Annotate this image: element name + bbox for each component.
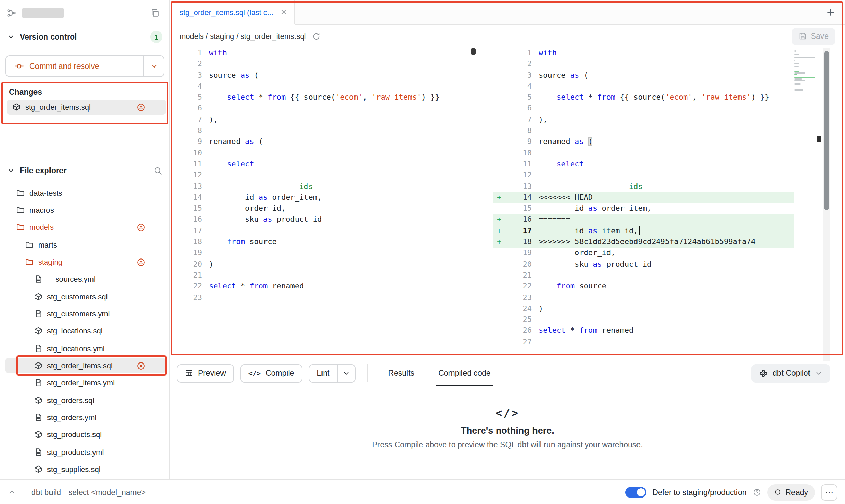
code-line[interactable]: 24)	[493, 303, 794, 315]
copy-icon[interactable]	[150, 8, 160, 18]
code-line[interactable]: 2	[493, 59, 794, 70]
code-line[interactable]: 8	[493, 125, 794, 137]
minimap[interactable]	[794, 50, 816, 93]
code-line[interactable]: 21	[170, 270, 493, 281]
tree-item-stg_order_items.yml[interactable]: stg_order_items.yml	[0, 374, 169, 392]
code-line[interactable]: 3source as (	[170, 70, 493, 81]
code-line[interactable]: 20)	[170, 259, 493, 270]
tree-item-__sources.yml[interactable]: __sources.yml	[0, 270, 169, 288]
code-line[interactable]: 5 select * from {{ source('ecom', 'raw_i…	[170, 92, 493, 103]
code-line[interactable]: 14 id as order_item,	[170, 192, 493, 204]
code-line[interactable]: 20 sku as product_id	[493, 259, 794, 270]
code-line[interactable]: 13 ---------- ids	[493, 181, 794, 192]
code-line[interactable]: 23	[493, 292, 794, 303]
commit-dropdown-button[interactable]	[143, 56, 164, 76]
code-line[interactable]: 2	[170, 59, 493, 70]
code-line[interactable]: 26select * from renamed	[493, 326, 794, 337]
editor-pane-original[interactable]: 1with23source as (45 select * from {{ so…	[170, 48, 493, 361]
preview-button[interactable]: Preview	[177, 364, 234, 382]
vertical-scrollbar[interactable]	[823, 48, 830, 361]
tab-compiled-code[interactable]: Compiled code	[429, 360, 499, 386]
left-scrollbar-thumb[interactable]	[471, 48, 476, 55]
code-line[interactable]: 1with	[170, 48, 493, 59]
code-line[interactable]: 6	[493, 103, 794, 115]
tree-item-stg_orders.yml[interactable]: stg_orders.yml	[0, 409, 169, 426]
version-control-header[interactable]: Version control 1	[7, 30, 162, 44]
tree-item-stg_orders.sql[interactable]: stg_orders.sql	[0, 391, 169, 409]
code-line[interactable]: 22 from source	[493, 281, 794, 292]
build-command[interactable]: dbt build --select <model_name>	[31, 488, 146, 496]
code-line[interactable]: 10	[493, 148, 794, 159]
code-line[interactable]: +17 id as item_id,	[493, 226, 794, 237]
ready-status[interactable]: Ready	[767, 484, 815, 500]
defer-toggle[interactable]	[625, 487, 646, 498]
tree-item-staging[interactable]: staging	[0, 253, 169, 271]
code-line[interactable]: 17	[170, 226, 493, 237]
chevron-up-icon[interactable]	[8, 488, 16, 496]
discard-change-icon[interactable]	[137, 361, 145, 370]
more-options-button[interactable]: ⋯	[821, 484, 837, 500]
changed-file-row[interactable]: stg_order_items.sql	[7, 100, 166, 115]
code-line[interactable]: 6	[170, 103, 493, 115]
tree-item-stg_order_items.sql[interactable]: stg_order_items.sql	[0, 357, 169, 374]
code-line[interactable]: 9renamed as (	[493, 137, 794, 148]
save-button[interactable]: Save	[792, 28, 835, 45]
code-line[interactable]: 8	[170, 125, 493, 137]
discard-change-icon[interactable]	[137, 223, 145, 232]
code-line[interactable]: 4	[170, 81, 493, 92]
code-line[interactable]: 12	[170, 170, 493, 181]
code-line[interactable]: 19	[170, 248, 493, 259]
dbt-copilot-button[interactable]: dbt Copilot	[751, 364, 830, 382]
tree-item-stg_products.sql[interactable]: stg_products.sql	[0, 426, 169, 444]
tree-item-stg_products.yml[interactable]: stg_products.yml	[0, 443, 169, 461]
tree-item-stg_supplies.sql[interactable]: stg_supplies.sql	[0, 461, 169, 478]
scrollbar-thumb[interactable]	[824, 51, 829, 210]
code-line[interactable]: 10	[170, 148, 493, 159]
help-icon[interactable]	[753, 488, 761, 496]
code-line[interactable]: 13 ---------- ids	[170, 181, 493, 192]
search-icon[interactable]	[154, 166, 162, 175]
code-line[interactable]: 5 select * from {{ source('ecom', 'raw_i…	[493, 92, 794, 103]
new-tab-icon[interactable]	[826, 7, 835, 17]
tree-item-data-tests[interactable]: data-tests	[0, 184, 169, 202]
tree-item-marts[interactable]: marts	[0, 236, 169, 253]
code-line[interactable]: 23	[170, 292, 493, 303]
code-line[interactable]: 11 select	[170, 159, 493, 170]
code-line[interactable]: 12	[493, 170, 794, 181]
code-line[interactable]: 11 select	[493, 159, 794, 170]
file-explorer-header[interactable]: File explorer	[7, 164, 162, 177]
tab-stg-order-items[interactable]: stg_order_items.sql (last c...	[170, 0, 295, 25]
code-line[interactable]: 9renamed as (	[170, 137, 493, 148]
discard-change-icon[interactable]	[137, 257, 145, 266]
code-line[interactable]: 19 order_id,	[493, 248, 794, 259]
tree-item-stg_locations.sql[interactable]: stg_locations.sql	[0, 323, 169, 340]
code-line[interactable]: 16 sku as product_id	[170, 214, 493, 226]
editor-pane-modified[interactable]: 1with23source as (45 select * from {{ so…	[493, 48, 845, 361]
code-line[interactable]: 18 from source	[170, 237, 493, 248]
code-line[interactable]: 21	[493, 270, 794, 281]
code-line[interactable]: 3source as (	[493, 70, 794, 81]
code-line[interactable]: 25	[493, 314, 794, 326]
code-line[interactable]: 22select * from renamed	[170, 281, 493, 292]
tree-item-stg_customers.sql[interactable]: stg_customers.sql	[0, 288, 169, 305]
tree-item-models[interactable]: models	[0, 219, 169, 236]
code-line[interactable]: 1with	[493, 48, 794, 59]
code-line[interactable]: +18>>>>>>> 58c1dd23d5eebd9cd2495fa7124ab…	[493, 237, 794, 248]
code-line[interactable]: 15 order_id,	[170, 203, 493, 214]
tab-results[interactable]: Results	[379, 360, 423, 386]
tree-item-stg_customers.yml[interactable]: stg_customers.yml	[0, 305, 169, 323]
commit-and-resolve-button[interactable]: Commit and resolve	[5, 55, 164, 77]
code-line[interactable]: 7),	[493, 115, 794, 126]
code-line[interactable]: 27	[493, 337, 794, 348]
tree-item-macros[interactable]: macros	[0, 202, 169, 219]
lint-dropdown-button[interactable]	[338, 364, 355, 382]
branch-graph-icon[interactable]	[7, 8, 16, 18]
tree-item-stg_locations.yml[interactable]: stg_locations.yml	[0, 340, 169, 357]
refresh-icon[interactable]	[312, 32, 321, 41]
code-line[interactable]: 7),	[170, 115, 493, 126]
compile-button[interactable]: </> Compile	[240, 364, 303, 382]
code-line[interactable]: 4	[493, 81, 794, 92]
lint-button[interactable]: Lint	[309, 364, 338, 382]
discard-change-icon[interactable]	[137, 103, 145, 112]
close-tab-icon[interactable]	[280, 8, 287, 16]
